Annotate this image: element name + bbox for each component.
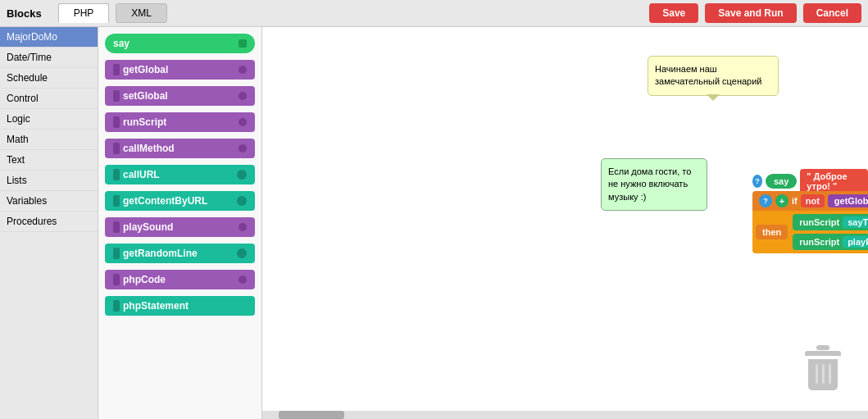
trash-lid bbox=[805, 351, 841, 356]
then-blocks: runScript sayTodayAgenda runScript playF… bbox=[793, 214, 868, 250]
sidebar-item-variables[interactable]: Variables bbox=[0, 191, 98, 212]
cancel-button[interactable]: Cancel bbox=[803, 3, 861, 23]
app-container: Blocks PHP XML Save Save and Run Cancel … bbox=[0, 0, 868, 419]
block-getcontentbyurl[interactable]: getContentByURL bbox=[105, 191, 255, 211]
main: MajorDoMo Date/Time Schedule Control Log… bbox=[0, 27, 868, 419]
block-runscript-label: runScript bbox=[123, 116, 166, 128]
block-getrandomline-label: getRandomLine bbox=[123, 248, 198, 259]
sidebar: MajorDoMo Date/Time Schedule Control Log… bbox=[0, 27, 98, 419]
block-phpcode-label: phpCode bbox=[123, 274, 166, 285]
block-getglobal[interactable]: getGlobal bbox=[105, 60, 255, 80]
sidebar-item-lists[interactable]: Lists bbox=[0, 171, 98, 191]
note-text-1: Если дома гости, то не нужно включать му… bbox=[608, 166, 691, 202]
block-callmethod-left-connector bbox=[113, 143, 120, 154]
block-playsound-left-connector bbox=[113, 221, 120, 233]
block-callmethod-connector bbox=[239, 144, 247, 153]
if-plus-icon[interactable]: + bbox=[775, 194, 788, 207]
sidebar-item-text[interactable]: Text bbox=[0, 150, 98, 171]
block-callmethod[interactable]: callMethod bbox=[105, 139, 255, 158]
block-phpstatement[interactable]: phpStatement bbox=[105, 296, 255, 316]
sidebar-item-majordomо[interactable]: MajorDoMo bbox=[0, 27, 98, 48]
block-phpstatement-label: phpStatement bbox=[123, 300, 189, 312]
block-phpcode-connector bbox=[239, 276, 247, 284]
block-getcontentbyurl-left-connector bbox=[113, 195, 120, 207]
sidebar-item-schedule[interactable]: Schedule bbox=[0, 68, 98, 89]
if-block: ? + if not getGlobal ThisComputer.WeHave… bbox=[752, 191, 868, 253]
trash-icon[interactable] bbox=[802, 345, 843, 394]
block-getrandomline[interactable]: getRandomLine bbox=[105, 244, 255, 263]
trash-lines bbox=[808, 364, 838, 384]
block-say-label: say bbox=[113, 38, 130, 49]
block-getglobal-left-connector bbox=[113, 64, 120, 75]
trash-line-3 bbox=[829, 364, 831, 384]
block-runscript-connector bbox=[239, 118, 247, 126]
block-playsound-connector bbox=[239, 223, 247, 231]
sidebar-item-logic[interactable]: Logic bbox=[0, 109, 98, 130]
comment-block-1: Начинаем наш замечательный сценарий bbox=[648, 56, 779, 96]
runscript-2-label: runScript bbox=[799, 237, 839, 247]
sidebar-item-control[interactable]: Control bbox=[0, 89, 98, 109]
block-setglobal-connector bbox=[239, 92, 247, 100]
block-getcontentbyurl-connector bbox=[237, 196, 247, 206]
sidebar-item-datetime[interactable]: Date/Time bbox=[0, 48, 98, 68]
block-setglobal[interactable]: setGlobal bbox=[105, 86, 255, 106]
sidebar-item-math[interactable]: Math bbox=[0, 130, 98, 150]
block-say-connector bbox=[239, 39, 247, 48]
block-callurl-left-connector bbox=[113, 169, 120, 180]
say-label: say bbox=[774, 176, 788, 186]
if-help-icon[interactable]: ? bbox=[759, 194, 772, 207]
say-value: " Доброе утро! " bbox=[800, 169, 868, 194]
block-setglobal-left-connector bbox=[113, 90, 120, 102]
block-callurl-connector bbox=[237, 170, 247, 180]
blocks-panel: say getGlobal setGlobal runScript callMe bbox=[98, 27, 262, 419]
sidebar-item-procedures[interactable]: Procedures bbox=[0, 212, 98, 232]
block-runscript[interactable]: runScript bbox=[105, 112, 255, 132]
save-button[interactable]: Save bbox=[649, 3, 698, 23]
not-block: not bbox=[801, 194, 825, 207]
runscript-2-block[interactable]: runScript playFavoriteMusic bbox=[793, 234, 868, 250]
block-getcontentbyurl-label: getContentByURL bbox=[123, 195, 207, 207]
workspace: Начинаем наш замечательный сценарий Если… bbox=[262, 27, 868, 419]
runscript-1-name: sayTodayAgenda bbox=[843, 216, 868, 228]
trash-body bbox=[808, 359, 838, 390]
tab-php[interactable]: PHP bbox=[58, 3, 110, 23]
then-label: then bbox=[756, 225, 788, 239]
scrollbar-thumb-h[interactable] bbox=[279, 411, 344, 419]
block-phpstatement-left-connector bbox=[113, 300, 120, 312]
block-callurl[interactable]: callURL bbox=[105, 165, 255, 184]
block-getrandomline-left-connector bbox=[113, 248, 120, 259]
block-playsound-label: playSound bbox=[123, 221, 173, 233]
if-label: if bbox=[792, 196, 798, 206]
header: Blocks PHP XML Save Save and Run Cancel bbox=[0, 0, 868, 27]
if-row: ? + if not getGlobal ThisComputer.WeHave… bbox=[752, 191, 868, 211]
header-title: Blocks bbox=[7, 7, 42, 20]
then-area: then runScript sayTodayAgenda runScript … bbox=[752, 211, 868, 253]
block-callmethod-label: callMethod bbox=[123, 143, 175, 154]
block-callurl-label: callURL bbox=[123, 169, 160, 180]
say-block[interactable]: say bbox=[766, 174, 797, 189]
say-block-row: ? say " Доброе утро! " bbox=[752, 169, 868, 194]
block-runscript-left-connector bbox=[113, 116, 120, 128]
runscript-1-block[interactable]: runScript sayTodayAgenda bbox=[793, 214, 868, 230]
block-playsound[interactable]: playSound bbox=[105, 217, 255, 237]
trash-handle bbox=[816, 345, 829, 350]
runscript-2-name: playFavoriteMusic bbox=[843, 236, 868, 248]
comment-text-1: Начинаем наш замечательный сценарий bbox=[655, 64, 761, 86]
note-block-1: Если дома гости, то не нужно включать му… bbox=[601, 158, 707, 211]
say-help-icon[interactable]: ? bbox=[752, 175, 762, 188]
trash-line-2 bbox=[822, 364, 825, 384]
block-phpcode-left-connector bbox=[113, 274, 120, 285]
block-phpcode[interactable]: phpCode bbox=[105, 270, 255, 289]
block-setglobal-label: setGlobal bbox=[123, 90, 168, 102]
block-getrandomline-connector bbox=[237, 248, 247, 258]
block-getglobal-label: getGlobal bbox=[123, 64, 168, 75]
scrollbar-horizontal[interactable] bbox=[262, 411, 868, 419]
save-run-button[interactable]: Save and Run bbox=[705, 3, 796, 23]
block-getglobal-connector bbox=[239, 66, 247, 74]
runscript-1-label: runScript bbox=[799, 217, 839, 227]
tab-xml[interactable]: XML bbox=[116, 3, 167, 23]
getglobal-block: getGlobal bbox=[828, 194, 868, 207]
trash-line-1 bbox=[816, 364, 818, 384]
block-say[interactable]: say bbox=[105, 34, 255, 53]
